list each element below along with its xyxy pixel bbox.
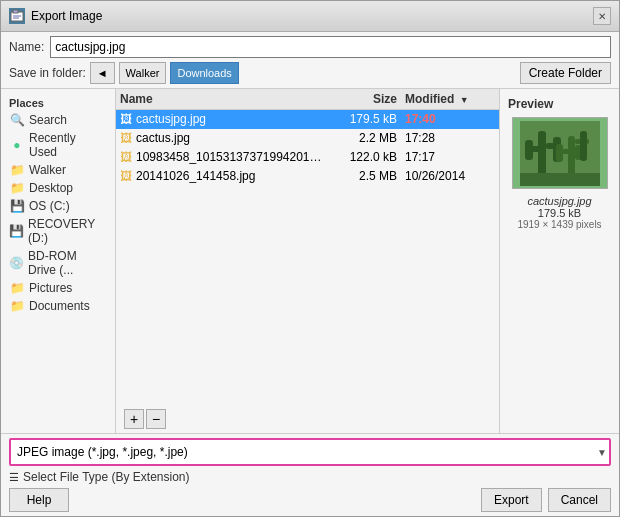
svg-rect-1: [13, 10, 18, 13]
file-modified: 17:17: [405, 150, 495, 164]
sidebar-item-os-c[interactable]: 💾 OS (C:): [1, 197, 115, 215]
name-label: Name:: [9, 40, 44, 54]
file-size: 179.5 kB: [325, 112, 405, 126]
file-modified: 17:28: [405, 131, 495, 145]
sidebar-item-recently-used-label: Recently Used: [29, 131, 107, 159]
breadcrumb-back-button[interactable]: ◄: [90, 62, 115, 84]
table-row[interactable]: 🖼 cactusjpg.jpg 179.5 kB 17:40: [116, 110, 499, 129]
action-buttons: Export Cancel: [481, 488, 611, 512]
sort-indicator: ▼: [460, 95, 469, 105]
svg-rect-7: [525, 140, 533, 160]
select-filetype-label: Select File Type (By Extension): [23, 470, 190, 484]
cancel-button[interactable]: Cancel: [548, 488, 611, 512]
table-row[interactable]: 🖼 cactus.jpg 2.2 MB 17:28: [116, 129, 499, 148]
file-icon: 🖼: [120, 131, 132, 145]
dialog-icon: [9, 8, 25, 24]
preview-image: [512, 117, 608, 189]
col-name-header: Name: [120, 92, 325, 106]
close-button[interactable]: ✕: [593, 7, 611, 25]
file-name: 10983458_10153137371994201_5594516708932…: [136, 150, 325, 164]
bd-rom-icon: 💿: [9, 256, 24, 270]
svg-rect-10: [568, 136, 575, 176]
preview-panel: Preview cactusjpg.j: [499, 89, 619, 433]
filename-input[interactable]: [50, 36, 611, 58]
search-icon: 🔍: [9, 113, 25, 127]
pictures-folder-icon: 📁: [9, 281, 25, 295]
sidebar-item-recovery-d-label: RECOVERY (D:): [28, 217, 107, 245]
preview-label: Preview: [508, 97, 553, 111]
sidebar-item-search-label: Search: [29, 113, 67, 127]
os-c-drive-icon: 💾: [9, 199, 25, 213]
sidebar-item-walker-label: Walker: [29, 163, 66, 177]
create-folder-button[interactable]: Create Folder: [520, 62, 611, 84]
sidebar-item-pictures[interactable]: 📁 Pictures: [1, 279, 115, 297]
walker-folder-icon: 📁: [9, 163, 25, 177]
desktop-folder-icon: 📁: [9, 181, 25, 195]
file-name: 20141026_141458.jpg: [136, 169, 325, 183]
breadcrumb-walker-button[interactable]: Walker: [119, 62, 167, 84]
sidebar-item-bd-rom[interactable]: 💿 BD-ROM Drive (...: [1, 247, 115, 279]
col-modified-header: Modified ▼: [405, 92, 495, 106]
filetype-select-wrapper: JPEG image (*.jpg, *.jpeg, *.jpe) ▼: [9, 438, 611, 466]
sidebar-item-desktop-label: Desktop: [29, 181, 73, 195]
breadcrumb-downloads-button[interactable]: Downloads: [170, 62, 238, 84]
dialog-title: Export Image: [31, 9, 102, 23]
file-name: cactusjpg.jpg: [136, 112, 325, 126]
file-panel: Name Size Modified ▼ 🖼 cactusjpg.jpg 179…: [116, 89, 499, 433]
sidebar-places-label: Places: [1, 93, 115, 111]
sidebar: Places 🔍 Search ● Recently Used 📁 Walker…: [1, 89, 116, 433]
filetype-select[interactable]: JPEG image (*.jpg, *.jpeg, *.jpe): [11, 440, 609, 464]
svg-rect-15: [580, 131, 587, 161]
select-filetype-check: ☰: [9, 471, 19, 484]
export-image-dialog: Export Image ✕ Name: Save in folder: ◄ W…: [0, 0, 620, 517]
title-bar: Export Image ✕: [1, 1, 619, 32]
sidebar-item-recovery-d[interactable]: 💾 RECOVERY (D:): [1, 215, 115, 247]
recovery-drive-icon: 💾: [9, 224, 24, 238]
table-row[interactable]: 🖼 10983458_10153137371994201_55945167089…: [116, 148, 499, 167]
sidebar-item-walker[interactable]: 📁 Walker: [1, 161, 115, 179]
table-row[interactable]: 🖼 20141026_141458.jpg 2.5 MB 10/26/2014: [116, 167, 499, 186]
save-in-folder-label: Save in folder:: [9, 66, 86, 80]
file-name: cactus.jpg: [136, 131, 325, 145]
svg-rect-5: [538, 131, 546, 176]
sidebar-item-documents-label: Documents: [29, 299, 90, 313]
sidebar-item-desktop[interactable]: 📁 Desktop: [1, 179, 115, 197]
export-button[interactable]: Export: [481, 488, 542, 512]
preview-dimensions: 1919 × 1439 pixels: [517, 219, 601, 230]
sidebar-item-bd-rom-label: BD-ROM Drive (...: [28, 249, 107, 277]
preview-filename: cactusjpg.jpg: [527, 195, 591, 207]
svg-rect-12: [556, 144, 563, 162]
add-remove-row: + −: [116, 405, 499, 433]
file-table-header: Name Size Modified ▼: [116, 89, 499, 110]
file-modified: 10/26/2014: [405, 169, 495, 183]
svg-rect-16: [520, 173, 600, 186]
sidebar-item-os-c-label: OS (C:): [29, 199, 70, 213]
col-size-header: Size: [325, 92, 405, 106]
remove-button[interactable]: −: [146, 409, 166, 429]
sidebar-item-pictures-label: Pictures: [29, 281, 72, 295]
file-icon: 🖼: [120, 169, 132, 183]
file-icon: 🖼: [120, 150, 132, 164]
bottom-area: JPEG image (*.jpg, *.jpeg, *.jpe) ▼ ☰ Se…: [1, 433, 619, 516]
name-row: Name:: [1, 32, 619, 60]
filetype-row: JPEG image (*.jpg, *.jpeg, *.jpe) ▼: [9, 438, 611, 466]
title-bar-left: Export Image: [9, 8, 102, 24]
help-button[interactable]: Help: [9, 488, 69, 512]
add-button[interactable]: +: [124, 409, 144, 429]
file-icon: 🖼: [120, 112, 132, 126]
documents-folder-icon: 📁: [9, 299, 25, 313]
select-filetype-row: ☰ Select File Type (By Extension): [9, 470, 611, 484]
folder-row: Save in folder: ◄ Walker Downloads Creat…: [1, 60, 619, 88]
file-table: 🖼 cactusjpg.jpg 179.5 kB 17:40 🖼 cactus.…: [116, 110, 499, 405]
sidebar-item-search[interactable]: 🔍 Search: [1, 111, 115, 129]
file-size: 2.2 MB: [325, 131, 405, 145]
file-size: 2.5 MB: [325, 169, 405, 183]
action-row: Help Export Cancel: [9, 488, 611, 512]
preview-size: 179.5 kB: [538, 207, 581, 219]
file-size: 122.0 kB: [325, 150, 405, 164]
sidebar-item-recently-used[interactable]: ● Recently Used: [1, 129, 115, 161]
file-modified: 17:40: [405, 112, 495, 126]
sidebar-item-documents[interactable]: 📁 Documents: [1, 297, 115, 315]
main-area: Places 🔍 Search ● Recently Used 📁 Walker…: [1, 88, 619, 433]
recently-used-icon: ●: [9, 138, 25, 152]
